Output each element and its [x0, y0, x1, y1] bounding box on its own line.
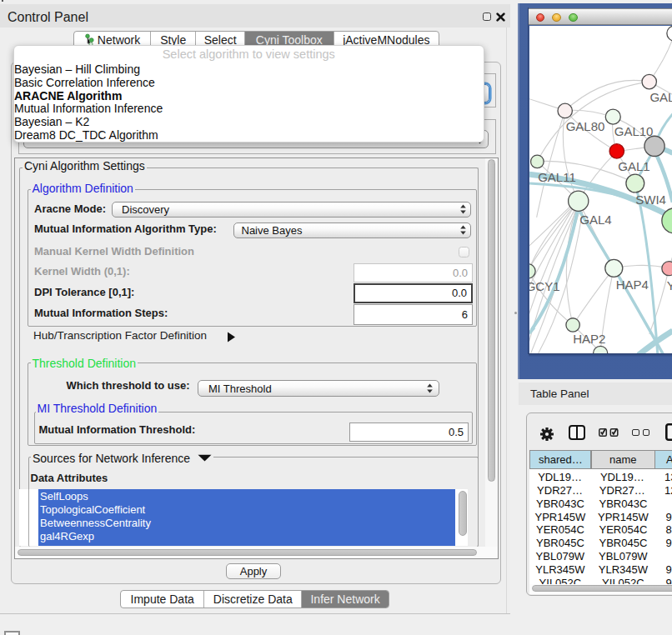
- svg-text:HAP2: HAP2: [573, 332, 605, 346]
- svg-text:GAL1: GAL1: [618, 158, 649, 172]
- svg-text:GAL11: GAL11: [538, 169, 576, 183]
- svg-text:GAL: GAL: [649, 89, 672, 103]
- svg-text:Y: Y: [666, 278, 672, 292]
- svg-text:GCY1: GCY1: [529, 278, 559, 292]
- svg-text:GAL80: GAL80: [565, 119, 604, 133]
- svg-text:GAL4: GAL4: [579, 212, 611, 227]
- svg-text:GAL10: GAL10: [614, 124, 653, 138]
- svg-text:HAP4: HAP4: [615, 277, 648, 291]
- svg-text:SWI4: SWI4: [635, 192, 666, 207]
